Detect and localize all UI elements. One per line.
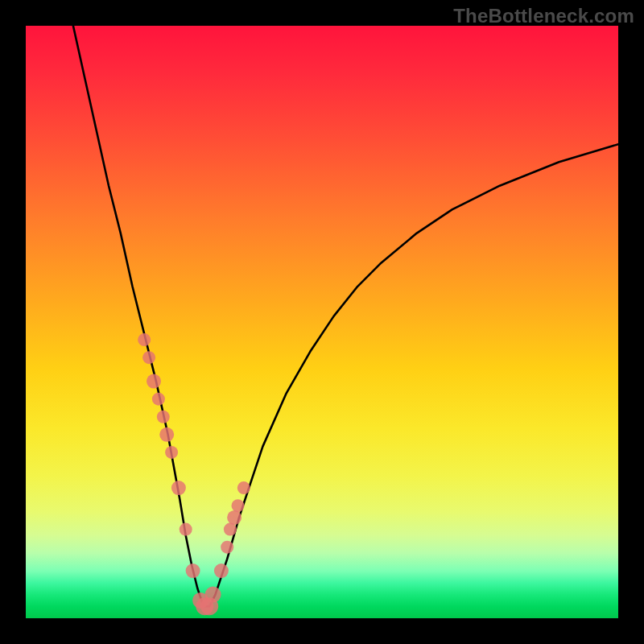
outer-frame: TheBottleneck.com xyxy=(0,0,644,644)
bottleneck-curve xyxy=(73,26,618,606)
svg-point-14 xyxy=(214,564,229,578)
svg-point-8 xyxy=(180,523,192,536)
svg-point-0 xyxy=(138,333,151,346)
svg-point-4 xyxy=(157,411,170,423)
svg-point-15 xyxy=(221,541,233,554)
svg-point-9 xyxy=(186,564,200,578)
svg-point-17 xyxy=(227,510,242,525)
svg-point-5 xyxy=(159,427,174,442)
attribution-text: TheBottleneck.com xyxy=(453,5,634,27)
svg-point-1 xyxy=(142,351,155,364)
svg-point-7 xyxy=(171,481,186,495)
svg-point-19 xyxy=(237,481,250,494)
svg-point-13 xyxy=(205,587,221,603)
chart-plot-area xyxy=(26,26,618,618)
measurement-dots xyxy=(138,333,250,615)
svg-point-18 xyxy=(232,499,245,512)
svg-point-16 xyxy=(224,523,237,536)
svg-point-6 xyxy=(165,446,178,459)
bottleneck-curve-svg xyxy=(26,26,618,618)
svg-point-2 xyxy=(147,374,161,389)
svg-point-3 xyxy=(152,393,165,406)
